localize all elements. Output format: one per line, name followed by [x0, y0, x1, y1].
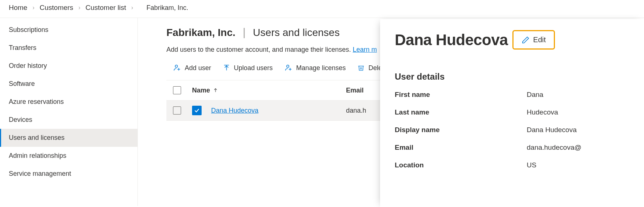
manage-licenses-button[interactable]: Manage licenses	[284, 64, 346, 72]
section-name: Users and licenses	[253, 27, 340, 39]
location-label: Location	[395, 161, 527, 169]
detail-last-name: Last name Hudecova	[395, 108, 644, 116]
sidebar-item-transfers[interactable]: Transfers	[0, 39, 137, 57]
checkmark-icon	[194, 108, 200, 113]
sidebar-item-devices[interactable]: Devices	[0, 111, 137, 129]
sidebar-item-service-management[interactable]: Service management	[0, 165, 137, 183]
panel-user-name: Dana Hudecova	[395, 31, 508, 49]
breadcrumb-customers[interactable]: Customers	[40, 4, 73, 12]
user-name-link[interactable]: Dana Hudecova	[211, 107, 258, 114]
title-divider: |	[243, 26, 246, 39]
sidebar-item-software[interactable]: Software	[0, 75, 137, 93]
column-name[interactable]: Name	[192, 87, 346, 94]
row-selected-checkbox[interactable]	[192, 106, 202, 115]
upload-icon	[223, 64, 230, 72]
select-all-checkbox[interactable]	[173, 86, 181, 94]
sidebar-item-subscriptions[interactable]: Subscriptions	[0, 21, 137, 39]
upload-users-button[interactable]: Upload users	[223, 64, 273, 72]
row-checkbox[interactable]	[173, 106, 181, 115]
person-add-icon	[173, 64, 181, 72]
email-label: Email	[395, 144, 527, 152]
display-name-value: Dana Hudecova	[527, 126, 577, 134]
upload-users-label: Upload users	[234, 64, 273, 72]
edit-label: Edit	[533, 36, 546, 44]
first-name-label: First name	[395, 91, 527, 99]
display-name-label: Display name	[395, 126, 527, 134]
breadcrumb-customer-list[interactable]: Customer list	[85, 4, 126, 12]
sidebar-item-users-licenses[interactable]: Users and licenses	[0, 129, 137, 147]
detail-first-name: First name Dana	[395, 91, 644, 99]
last-name-label: Last name	[395, 108, 527, 116]
breadcrumb-current: Fabrikam, Inc.	[146, 4, 188, 12]
user-details-heading: User details	[395, 72, 644, 82]
chevron-right-icon: ›	[131, 4, 133, 11]
person-settings-icon	[284, 64, 292, 72]
sidebar-item-order-history[interactable]: Order history	[0, 57, 137, 75]
pencil-icon	[522, 36, 530, 44]
sort-asc-icon	[213, 88, 218, 93]
add-user-button[interactable]: Add user	[173, 64, 211, 72]
svg-point-0	[175, 65, 177, 67]
email-value: dana.hudecova@	[527, 144, 581, 152]
subtitle-text: Add users to the customer account, and m…	[166, 46, 353, 53]
sidebar: Subscriptions Transfers Order history So…	[0, 18, 138, 206]
chevron-right-icon: ›	[78, 4, 80, 11]
trash-icon	[357, 64, 365, 72]
manage-licenses-label: Manage licenses	[296, 64, 346, 72]
customer-name: Fabrikam, Inc.	[166, 27, 235, 39]
first-name-value: Dana	[527, 91, 543, 99]
edit-button[interactable]: Edit	[512, 30, 555, 50]
location-value: US	[527, 161, 536, 169]
sidebar-item-admin-relationships[interactable]: Admin relationships	[0, 147, 137, 165]
user-details-panel: Dana Hudecova Edit User details First na…	[380, 19, 644, 207]
breadcrumb: Home › Customers › Customer list › Fabri…	[0, 0, 644, 18]
add-user-label: Add user	[185, 64, 211, 72]
sidebar-item-azure-reservations[interactable]: Azure reservations	[0, 93, 137, 111]
svg-point-5	[287, 65, 289, 67]
column-name-label: Name	[192, 87, 210, 94]
chevron-right-icon: ›	[33, 4, 34, 11]
last-name-value: Hudecova	[527, 108, 558, 116]
detail-display-name: Display name Dana Hudecova	[395, 126, 644, 134]
breadcrumb-home[interactable]: Home	[9, 4, 27, 12]
column-email-label: Email	[346, 87, 364, 94]
learn-more-link[interactable]: Learn m	[353, 46, 377, 53]
detail-email: Email dana.hudecova@	[395, 144, 644, 152]
detail-location: Location US	[395, 161, 644, 169]
